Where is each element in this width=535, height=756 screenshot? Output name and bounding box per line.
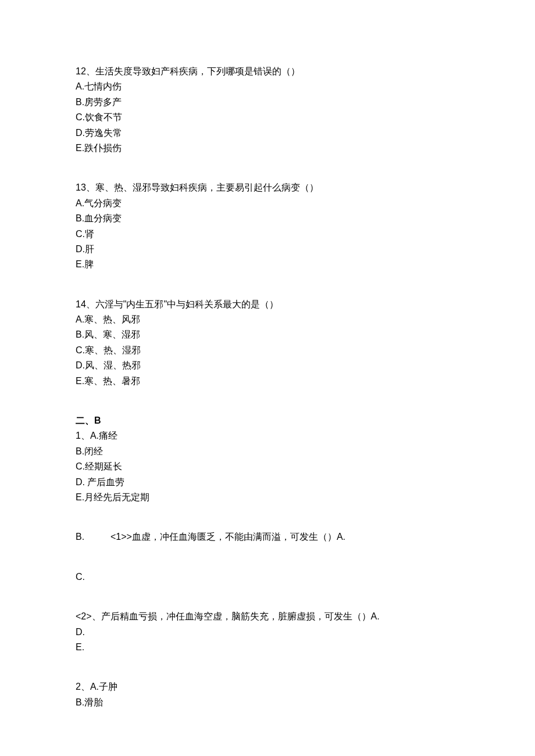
- option-c: C.饮食不节: [76, 110, 459, 125]
- question-stem: 14、六淫与"内生五邪"中与妇科关系最大的是（）: [76, 297, 459, 312]
- question-stem: 13、寒、热、湿邪导致妇科疾病，主要易引起什么病变（）: [76, 180, 459, 195]
- option-a: A.七情内伤: [76, 79, 459, 94]
- sub1-text: <1>>血虚，冲任血海匮乏，不能由满而溢，可发生（）A.: [110, 529, 345, 544]
- section-b-sub2: <2>、产后精血亏损，冲任血海空虚，脑筋失充，脏腑虚损，可发生（）A. D. E…: [76, 609, 459, 655]
- question-14: 14、六淫与"内生五邪"中与妇科关系最大的是（） A.寒、热、风邪 B.风、寒、…: [76, 297, 459, 389]
- option-a: 1、A.痛经: [76, 428, 459, 443]
- label-d: D.: [76, 625, 459, 640]
- option-d: D.肝: [76, 242, 459, 257]
- question-stem: 12、生活失度导致妇产科疾病，下列哪项是错误的（）: [76, 64, 459, 79]
- option-d: D. 产后血劳: [76, 475, 459, 490]
- label-b: B.: [76, 529, 110, 544]
- option-c: C.经期延长: [76, 459, 459, 474]
- option-e: E.寒、热、暑邪: [76, 374, 459, 389]
- option-a: A.寒、热、风邪: [76, 312, 459, 327]
- label-e: E.: [76, 640, 459, 655]
- option-c: C.肾: [76, 227, 459, 242]
- document-page: 12、生活失度导致妇产科疾病，下列哪项是错误的（） A.七情内伤 B.房劳多产 …: [0, 0, 535, 756]
- option-b: B.血分病变: [76, 211, 459, 226]
- section-b-q1-options: 二、B 1、A.痛经 B.闭经 C.经期延长 D. 产后血劳 E.月经先后无定期: [76, 413, 459, 505]
- option-a: A.气分病变: [76, 196, 459, 211]
- option-a: 2、A.子肿: [76, 679, 459, 694]
- option-b: B.房劳多产: [76, 95, 459, 110]
- section-b-q2-options: 2、A.子肿 B.滑胎: [76, 679, 459, 710]
- question-13: 13、寒、热、湿邪导致妇科疾病，主要易引起什么病变（） A.气分病变 B.血分病…: [76, 180, 459, 272]
- sub-line-b: B. <1>>血虚，冲任血海匮乏，不能由满而溢，可发生（）A.: [76, 529, 459, 544]
- option-b: B.闭经: [76, 444, 459, 459]
- sub2-text: <2>、产后精血亏损，冲任血海空虚，脑筋失充，脏腑虚损，可发生（）A.: [76, 609, 459, 624]
- option-e: E.脾: [76, 257, 459, 272]
- option-b: B.滑胎: [76, 695, 459, 710]
- option-e: E.跌仆损伤: [76, 141, 459, 156]
- section-b-sub1: B. <1>>血虚，冲任血海匮乏，不能由满而溢，可发生（）A.: [76, 529, 459, 544]
- question-12: 12、生活失度导致妇产科疾病，下列哪项是错误的（） A.七情内伤 B.房劳多产 …: [76, 64, 459, 156]
- option-e: E.月经先后无定期: [76, 490, 459, 505]
- option-d: D.风、湿、热邪: [76, 358, 459, 373]
- label-c: C.: [76, 569, 459, 585]
- option-c: C.寒、热、湿邪: [76, 343, 459, 358]
- option-b: B.风、寒、湿邪: [76, 327, 459, 342]
- option-d: D.劳逸失常: [76, 126, 459, 141]
- section-b-label-c: C.: [76, 569, 459, 585]
- section-header: 二、B: [76, 413, 459, 428]
